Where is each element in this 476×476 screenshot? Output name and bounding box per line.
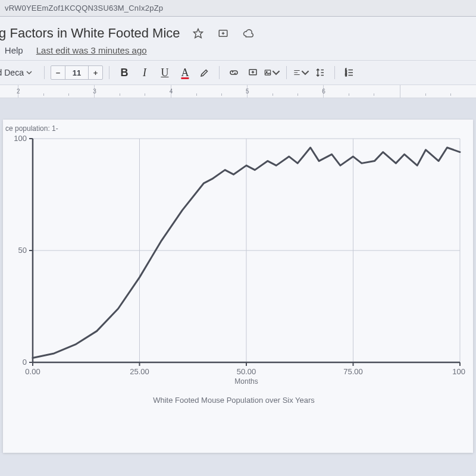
edit-history-link[interactable]: Last edit was 3 minutes ago xyxy=(36,45,147,55)
underline-button[interactable]: U xyxy=(156,64,174,81)
toolbar-separator xyxy=(334,66,335,79)
ruler-segment: 2 xyxy=(18,85,94,98)
svg-text:0: 0 xyxy=(23,358,27,367)
ruler-segment: 5 xyxy=(247,85,323,98)
bold-button[interactable]: B xyxy=(115,64,133,81)
doc-header: iting Factors in White Footed Mice ns He… xyxy=(0,17,476,60)
text-color-button[interactable]: A xyxy=(176,64,194,81)
line-chart: 0.0025.0050.0075.00100.050100Months xyxy=(2,134,466,390)
document-page: ce population: 1- 0.0025.0050.0075.00100… xyxy=(3,120,473,453)
svg-marker-0 xyxy=(193,29,202,38)
horizontal-ruler[interactable]: 23456 xyxy=(0,85,476,98)
ruler-segment: 4 xyxy=(171,85,247,98)
font-family-label: end Deca xyxy=(0,68,24,77)
line-spacing-icon[interactable] xyxy=(312,64,328,81)
font-size-increase[interactable]: + xyxy=(88,66,102,79)
font-family-selector[interactable]: end Deca xyxy=(0,67,38,79)
svg-text:0.00: 0.00 xyxy=(25,367,40,376)
chevron-down-icon xyxy=(272,67,280,78)
font-size-decrease[interactable]: − xyxy=(51,66,65,79)
doc-title[interactable]: iting Factors in White Footed Mice xyxy=(0,26,180,41)
font-size-stepper: − 11 + xyxy=(51,65,103,80)
svg-text:50.00: 50.00 xyxy=(237,367,256,376)
insert-comment-icon[interactable] xyxy=(245,64,261,81)
svg-rect-3 xyxy=(265,70,270,75)
numbered-list-icon[interactable]: 123 xyxy=(341,64,358,81)
align-icon[interactable] xyxy=(293,64,309,81)
document-canvas: ce population: 1- 0.0025.0050.0075.00100… xyxy=(0,98,476,453)
svg-text:Months: Months xyxy=(234,377,258,386)
chart-container: ce population: 1- 0.0025.0050.0075.00100… xyxy=(2,124,466,405)
menu-bar: ns Help Last edit was 3 minutes ago xyxy=(0,45,470,55)
menu-help[interactable]: Help xyxy=(5,45,23,55)
ruler-segment: 6 xyxy=(323,85,399,98)
italic-button[interactable]: I xyxy=(136,64,154,81)
svg-text:25.00: 25.00 xyxy=(130,367,149,376)
svg-text:3: 3 xyxy=(345,74,347,77)
chevron-down-icon xyxy=(26,70,32,76)
population-label: ce population: 1- xyxy=(5,124,466,133)
formatting-toolbar: end Deca − 11 + B I U A 123 xyxy=(0,60,476,85)
browser-url-bar[interactable]: vRW0YEEmZof1KCQQN3SU63M_CnIx2pZp xyxy=(0,0,476,17)
chevron-down-icon xyxy=(301,67,309,78)
insert-image-icon[interactable] xyxy=(264,64,280,81)
svg-text:50: 50 xyxy=(18,246,27,255)
svg-text:100: 100 xyxy=(14,134,27,143)
cloud-icon[interactable] xyxy=(240,25,256,42)
insert-link-icon[interactable] xyxy=(226,64,242,81)
toolbar-separator xyxy=(286,66,287,79)
star-icon[interactable] xyxy=(190,25,206,42)
ruler-segment: 3 xyxy=(94,85,170,98)
svg-text:75.00: 75.00 xyxy=(343,367,363,376)
highlight-icon[interactable] xyxy=(196,64,213,81)
toolbar-separator xyxy=(109,66,109,79)
move-folder-icon[interactable] xyxy=(215,25,231,42)
title-row: iting Factors in White Footed Mice xyxy=(0,25,470,42)
chart-title: White Footed Mouse Population over Six Y… xyxy=(2,396,466,405)
svg-text:100.: 100. xyxy=(452,367,466,376)
toolbar-separator xyxy=(44,66,45,79)
font-size-value[interactable]: 11 xyxy=(67,66,87,79)
toolbar-separator xyxy=(219,66,220,79)
